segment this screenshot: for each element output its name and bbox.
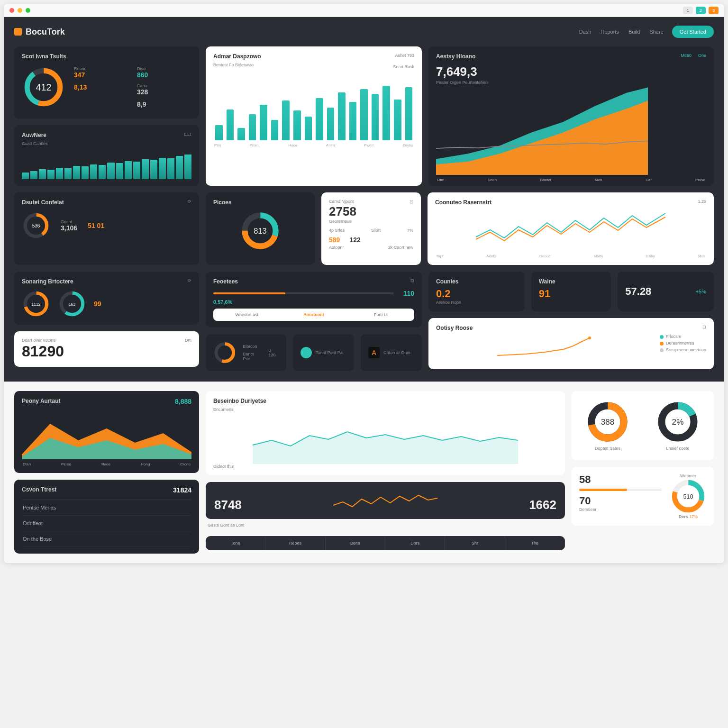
audience-card: AuwNere Coatt Cantles E11 <box>14 125 199 186</box>
x-axis: OfmSeonBranctMchCerProso <box>436 175 706 182</box>
svg-point-19 <box>588 337 591 339</box>
brand-icon <box>14 28 22 36</box>
results-card: Scot Iwna Tsults 412 Reano347 Diso860 8,… <box>14 46 199 118</box>
bar-chart-card: Admar Daspzowo Bentest Fo Bideswoo Ashet… <box>206 46 422 186</box>
nav-item[interactable]: Reports <box>601 29 619 35</box>
titlebar-pill[interactable]: 1 <box>683 7 693 14</box>
donut-icon: 388 <box>586 400 629 443</box>
audience-spark <box>22 146 191 179</box>
svg-text:163: 163 <box>69 302 76 307</box>
x-axis: PtmPhantHooaAnerrPworrEaybo <box>213 140 414 147</box>
waine-card: Waine 91 <box>531 272 611 311</box>
picoes-card: Picoes 813 <box>206 192 315 265</box>
nav-item[interactable]: Build <box>628 29 640 35</box>
bigstat-card: 57.28 +5% <box>618 272 714 311</box>
list-card: Csvon Ttrest 31824 Pentse Menas Odriffeo… <box>14 480 199 554</box>
donut-icon: 163 <box>58 290 86 318</box>
titlebar-pill[interactable]: 3 <box>709 7 719 14</box>
donut-icon: 813 <box>240 210 281 251</box>
maximize-icon[interactable] <box>26 8 30 13</box>
small-donut-card: BiteconBanct Pce 0 120 <box>206 334 286 371</box>
area-chart-card: Aestsy Hloano M890 One 7,649,3 Peater Oi… <box>428 46 714 186</box>
donut-icon: 2% <box>656 400 699 443</box>
list-item[interactable]: Odriffeot <box>22 516 191 531</box>
tabs[interactable]: Wnedort ast Anortuont Fortt Lt <box>213 309 414 321</box>
dark-strip: 8748 1662 <box>206 482 565 519</box>
cta-button[interactable]: Get Started <box>672 26 714 38</box>
area-chart <box>22 407 191 459</box>
ring-pair-card: 388 Dopast Sates 2% Lnaief coete <box>572 391 714 460</box>
badge-card: Tonnt Pont Pa <box>293 334 354 371</box>
cell-row: ToneRebesBensDorsShrThe <box>206 536 565 550</box>
svg-text:510: 510 <box>683 493 693 500</box>
list-item[interactable]: Pentse Menas <box>22 500 191 516</box>
svg-text:2%: 2% <box>672 417 684 427</box>
svg-text:813: 813 <box>254 227 266 235</box>
svg-text:1112: 1112 <box>31 302 40 307</box>
line-chart <box>435 209 706 251</box>
line-chart <box>261 489 510 512</box>
badge-card: A Chton ar Onm <box>361 334 422 371</box>
counies-card: Counies 0.2 Arenoe Ropn <box>428 272 525 311</box>
titlebar-pill[interactable]: 2 <box>696 7 706 14</box>
titlebar: 1 2 3 <box>4 4 724 17</box>
nav-item[interactable]: Dash <box>579 29 592 35</box>
svg-text:412: 412 <box>36 82 52 92</box>
area-chart <box>436 85 648 175</box>
svg-text:388: 388 <box>601 417 615 427</box>
expand-icon[interactable]: ⊡ <box>410 199 413 204</box>
kpi-big-card: Doart over votonsDm 81290 <box>14 331 199 367</box>
bar-chart <box>213 69 414 140</box>
final-card: 58 70 Derstleer Wepmer 510 Ders 17% <box>572 467 714 526</box>
minimize-icon[interactable] <box>18 8 22 13</box>
x-axis: TapfAnetsGeoucMartyEbhyMos <box>435 251 706 258</box>
somting-card: Sonaring Brtoctere⟳ 1112 163 99 <box>14 272 199 325</box>
mountain-card: Peony Aurtaut8,888 DtanPersoRaeeHongCrod… <box>14 391 199 473</box>
distinct-card: Dsutet Confeiat⟳ 536 Gecnt3,106 51 01 <box>14 192 199 265</box>
line-chart <box>436 334 653 363</box>
donut-icon: 536 <box>22 211 50 240</box>
donut-icon: 510 <box>670 478 706 514</box>
brand-label: BocuTork <box>26 27 65 37</box>
line-chart <box>213 412 557 464</box>
card-title: Scot Iwna Tsults <box>22 53 191 60</box>
results-donut: 412 <box>22 65 65 109</box>
deliveries-card: Beseinbo Durlyetse Encomens Gideot this <box>206 391 565 475</box>
donut-icon: 1112 <box>22 290 50 318</box>
brand[interactable]: BocuTork <box>14 27 65 37</box>
revenue-card: Coonuteo Rasernstrt1.25 TapfAnetsGeoucMa… <box>428 192 714 265</box>
category-card: Ootisy Roose⊡ Frlocsre Deresrinnerres Sr… <box>428 318 714 369</box>
fees-card: Feoetees⊡ 110 0,57,6% Wnedort ast Anortu… <box>206 272 422 328</box>
nav-item[interactable]: Share <box>649 29 663 35</box>
numbers-card: Camd Njpont⊡ 2758 Georerneue 4p SrlosSil… <box>321 192 421 265</box>
svg-text:536: 536 <box>32 223 40 228</box>
close-icon[interactable] <box>9 8 14 13</box>
list-item[interactable]: On the Bose <box>22 531 191 547</box>
